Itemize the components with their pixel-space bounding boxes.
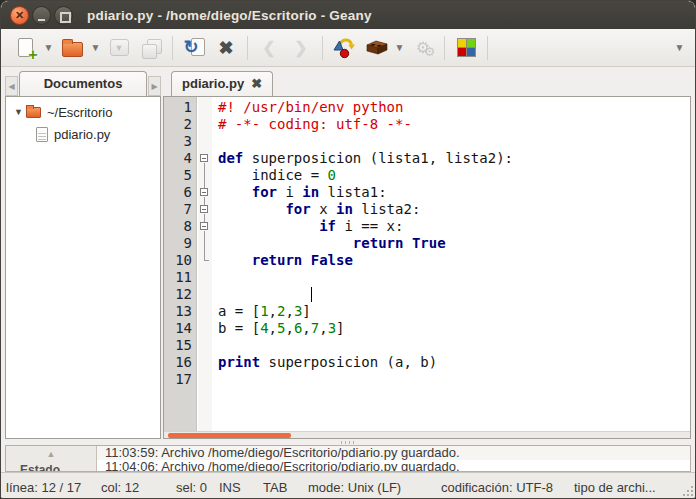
maximize-window-button[interactable] (54, 6, 73, 25)
code-line[interactable]: 4def superposicion (lista1, lista2): (164, 150, 690, 167)
toolbar-separator (322, 36, 323, 60)
tab-documentos[interactable]: Documentos (19, 71, 147, 96)
code-line[interactable]: 10 return False (164, 252, 690, 269)
code-text: b = [4,5,6,7,3] (212, 320, 345, 337)
horizontal-scrollbar-thumb[interactable] (168, 433, 291, 438)
fold-marker[interactable] (197, 218, 212, 235)
expander-icon[interactable]: ▼ (14, 107, 26, 117)
fold-marker[interactable] (197, 184, 212, 201)
code-line[interactable]: 13a = [1,2,3] (164, 303, 690, 320)
resize-grip[interactable] (683, 486, 693, 496)
fold-marker (197, 269, 212, 286)
tab-pdiario[interactable]: pdiario.py ✖ (171, 71, 273, 96)
line-number: 6 (164, 184, 197, 201)
open-file-dropdown[interactable]: ▼ (88, 33, 103, 63)
line-number: 1 (164, 99, 197, 116)
line-number: 8 (164, 218, 197, 235)
back-icon: ❮ (262, 38, 275, 57)
code-line[interactable]: 2# -*- coding: utf-8 -*- (164, 116, 690, 133)
encoding-indicator: codificación: UTF-8 (441, 480, 553, 495)
forward-button[interactable]: ❯ (285, 33, 317, 63)
back-button[interactable]: ❮ (253, 33, 285, 63)
new-file-button[interactable]: + (9, 33, 41, 63)
fold-marker (197, 371, 212, 388)
code-line[interactable]: 5 indice = 0 (164, 167, 690, 184)
code-line[interactable]: 6 for i in lista1: (164, 184, 690, 201)
minimize-window-button[interactable] (32, 6, 51, 25)
save-icon: ▼ (110, 39, 129, 56)
status-message-list: 11:03:59: Archivo /home/diego/Escritorio… (97, 446, 690, 471)
build-dropdown[interactable]: ▼ (392, 33, 407, 63)
fold-marker (197, 303, 212, 320)
open-file-button[interactable] (56, 33, 88, 63)
documents-tree: ▼ ~/Escritorio pdiario.py (5, 96, 161, 439)
horizontal-scrollbar[interactable] (164, 431, 690, 438)
save-all-button[interactable] (135, 33, 167, 63)
editor-pane: pdiario.py ✖ 1#! /usr/bin/env python2# -… (163, 67, 691, 439)
fold-marker[interactable] (197, 201, 212, 218)
dropdown-icon: ▼ (44, 42, 54, 53)
tree-file-row[interactable]: pdiario.py (6, 123, 160, 145)
tab-documentos-label: Documentos (44, 76, 123, 91)
fold-marker (197, 252, 212, 269)
code-line[interactable]: 8 if i == x: (164, 218, 690, 235)
close-window-button[interactable]: ✕ (10, 6, 29, 25)
save-button[interactable]: ▼ (103, 33, 135, 63)
toolbar-separator (247, 36, 248, 60)
line-number: 12 (164, 286, 197, 303)
fold-marker (197, 167, 212, 184)
toolbar-separator (444, 36, 445, 60)
code-line[interactable]: 17 (164, 371, 690, 388)
line-number: 16 (164, 354, 197, 371)
geany-window: ✕ pdiario.py - /home/diego/Escritorio - … (0, 0, 696, 499)
compile-button[interactable] (328, 33, 360, 63)
code-text (212, 269, 218, 286)
new-file-dropdown[interactable]: ▼ (41, 33, 56, 63)
tree-file-label: pdiario.py (54, 127, 110, 142)
tab-scroll-up-icon[interactable]: ▲ (47, 449, 56, 459)
close-document-button[interactable]: ✖ (210, 33, 242, 63)
color-chooser-button[interactable] (450, 33, 482, 63)
line-number: 7 (164, 201, 197, 218)
code-line[interactable]: 14b = [4,5,6,7,3] (164, 320, 690, 337)
line-number: 15 (164, 337, 197, 354)
toolbar: +▼▼▼↻✖❮❯▼⚙⚙▼ (1, 29, 695, 67)
tree-folder-row[interactable]: ▼ ~/Escritorio (6, 101, 160, 123)
line-number: 14 (164, 320, 197, 337)
tab-close-icon[interactable]: ✖ (251, 77, 262, 90)
sidebar-tab-scroll-right[interactable]: ▶ (148, 76, 161, 96)
sidebar-tab-scroll-left[interactable]: ◀ (5, 76, 18, 96)
code-line[interactable]: 12 (164, 286, 690, 303)
code-text: if i == x: (212, 218, 403, 235)
status-message: 11:04:06: Archivo /home/diego/Escritorio… (97, 460, 690, 472)
code-line[interactable]: 9 return True (164, 235, 690, 252)
fold-marker (197, 320, 212, 337)
code-line[interactable]: 3 (164, 133, 690, 150)
tab-estado[interactable]: Estado (20, 464, 60, 471)
reload-button[interactable]: ↻ (178, 33, 210, 63)
code-line[interactable]: 11 (164, 269, 690, 286)
fold-marker (197, 354, 212, 371)
color-chooser-icon (457, 38, 476, 57)
titlebar[interactable]: ✕ pdiario.py - /home/diego/Escritorio - … (1, 1, 695, 29)
toolbar-overflow-button[interactable]: ▼ (672, 33, 687, 63)
window-title: pdiario.py - /home/diego/Escritorio - Ge… (87, 8, 372, 23)
code-area[interactable]: 1#! /usr/bin/env python2# -*- coding: ut… (164, 99, 690, 388)
build-button[interactable] (360, 33, 392, 63)
code-line[interactable]: 7 for x in lista2: (164, 201, 690, 218)
file-icon (36, 127, 48, 142)
code-line[interactable]: 15 (164, 337, 690, 354)
code-text (212, 286, 218, 303)
code-text: print superposicion (a, b) (212, 354, 437, 371)
fold-marker[interactable] (197, 150, 212, 167)
code-editor[interactable]: 1#! /usr/bin/env python2# -*- coding: ut… (163, 96, 691, 439)
line-number: 10 (164, 252, 197, 269)
code-text (212, 337, 218, 354)
execute-button[interactable]: ⚙⚙ (407, 33, 439, 63)
fold-marker (197, 235, 212, 252)
fold-marker (197, 337, 212, 354)
tree-folder-label: ~/Escritorio (47, 105, 112, 120)
dropdown-icon: ▼ (675, 42, 685, 53)
code-line[interactable]: 16print superposicion (a, b) (164, 354, 690, 371)
code-line[interactable]: 1#! /usr/bin/env python (164, 99, 690, 116)
